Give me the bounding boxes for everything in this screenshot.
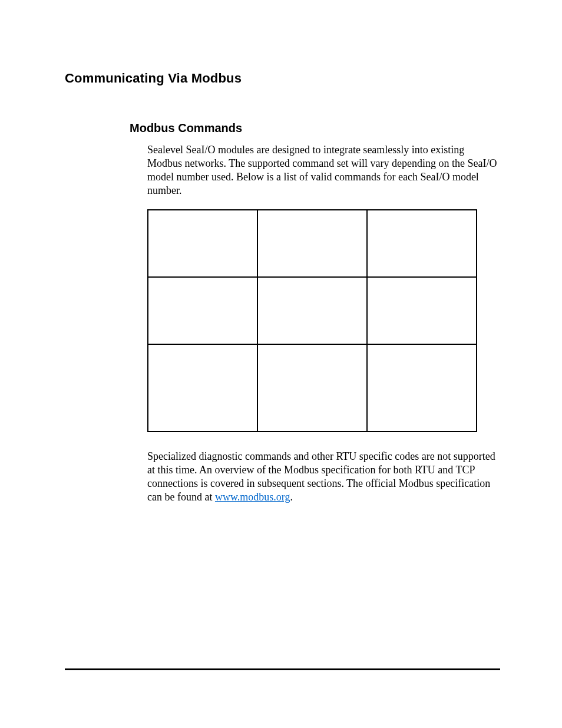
table-cell (257, 210, 367, 277)
table-cell (148, 210, 257, 277)
table-cell (367, 210, 477, 277)
table-row (148, 210, 477, 277)
table-cell (148, 344, 257, 431)
section-heading: Communicating Via Modbus (65, 71, 500, 86)
closing-text-before-link: Specialized diagnostic commands and othe… (147, 450, 495, 503)
document-page: Communicating Via Modbus Modbus Commands… (0, 0, 562, 728)
content-block: Modbus Commands Sealevel SeaI/O modules … (130, 121, 500, 504)
intro-paragraph: Sealevel SeaI/O modules are designed to … (130, 143, 500, 197)
modbus-org-link[interactable]: www.modbus.org (215, 491, 290, 503)
table-row (148, 277, 477, 344)
sub-heading: Modbus Commands (130, 121, 500, 135)
table-row (148, 344, 477, 431)
table-cell (148, 277, 257, 344)
footer-rule (65, 668, 500, 670)
table-cell (367, 344, 477, 431)
table-cell (257, 277, 367, 344)
modbus-command-table (147, 209, 477, 432)
table-cell (257, 344, 367, 431)
closing-paragraph: Specialized diagnostic commands and othe… (130, 450, 500, 504)
closing-text-after-link: . (290, 491, 293, 503)
table-cell (367, 277, 477, 344)
